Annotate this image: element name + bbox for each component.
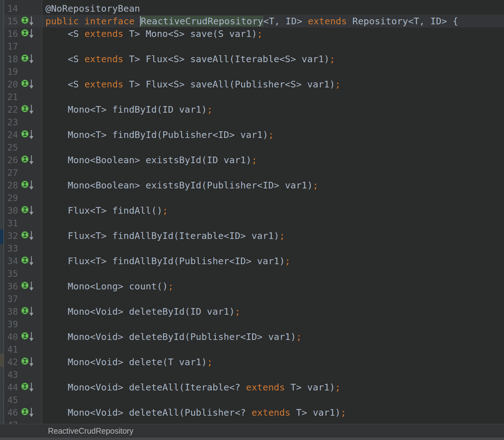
code-line-row[interactable]: 44 Mono<Void> deleteAll(Iterable<? exten… (4, 381, 504, 394)
gutter-icon-slot[interactable] (21, 382, 35, 393)
gutter-icon-slot[interactable] (21, 79, 35, 90)
code-line-row[interactable]: 29 (4, 192, 504, 204)
interface-implemented-icon[interactable] (21, 407, 35, 418)
interface-implemented-icon[interactable] (21, 79, 35, 90)
code-line[interactable]: Mono<Void> deleteAll(Iterable<? extends … (42, 381, 504, 394)
code-line-row[interactable]: 14@NoRepositoryBean (4, 2, 504, 15)
code-line-row[interactable]: 31 (4, 217, 504, 229)
code-line[interactable] (42, 419, 504, 424)
code-line[interactable]: Mono<Long> count(); (42, 280, 504, 293)
code-line-row[interactable]: 32 Flux<T> findAllById(Iterable<ID> var1… (4, 229, 504, 242)
gutter-icon-slot[interactable] (21, 281, 35, 292)
code-line-row[interactable]: 22 Mono<T> findById(ID var1); (4, 103, 504, 116)
gutter-icon-slot[interactable] (21, 154, 35, 166)
interface-implemented-icon[interactable] (21, 180, 35, 191)
marker-brown[interactable] (0, 354, 3, 367)
gutter-icon-slot[interactable] (21, 129, 35, 140)
code-line-row[interactable]: 17 (4, 40, 504, 53)
code-line[interactable] (42, 318, 504, 330)
code-line-row[interactable]: 42 Mono<Void> delete(T var1); (4, 356, 504, 368)
code-line-row[interactable]: 47 (4, 419, 504, 424)
gutter-icon-slot[interactable] (21, 180, 35, 191)
code-line[interactable] (42, 242, 504, 255)
code-line[interactable]: Mono<Void> delete(T var1); (42, 356, 504, 368)
code-line[interactable]: public interface ReactiveCrudRepository<… (42, 15, 504, 27)
code-line[interactable] (42, 343, 504, 356)
code-line[interactable]: Flux<T> findAll(); (42, 204, 504, 217)
code-line-row[interactable]: 30 Flux<T> findAll(); (4, 204, 504, 217)
interface-implemented-icon[interactable] (21, 15, 35, 27)
gutter-icon-slot[interactable] (21, 306, 35, 317)
interface-implemented-icon[interactable] (21, 205, 35, 216)
code-line-row[interactable]: 19 (4, 65, 504, 78)
code-line-row[interactable]: 35 (4, 267, 504, 280)
interface-implemented-icon[interactable] (21, 104, 35, 115)
code-line[interactable] (42, 368, 504, 381)
breadcrumb-item-class[interactable]: ReactiveCrudRepository (48, 426, 133, 436)
code-line[interactable] (42, 40, 504, 53)
interface-implemented-icon[interactable] (21, 306, 35, 317)
code-line-row[interactable]: 18 <S extends T> Flux<S> saveAll(Iterabl… (4, 53, 504, 65)
code-line[interactable] (42, 293, 504, 305)
code-line-row[interactable]: 43 (4, 368, 504, 381)
interface-implemented-icon[interactable] (21, 230, 35, 241)
code-line[interactable]: <S extends T> Flux<S> saveAll(Iterable<S… (42, 53, 504, 65)
interface-implemented-icon[interactable] (21, 281, 35, 292)
code-line-row[interactable]: 34 Flux<T> findAllById(Publisher<ID> var… (4, 255, 504, 267)
gutter-icon-slot[interactable] (21, 205, 35, 216)
gutter-icon-slot[interactable] (21, 28, 35, 39)
interface-implemented-icon[interactable] (21, 356, 35, 368)
code-line-row[interactable]: 25 (4, 141, 504, 154)
code-line[interactable] (42, 394, 504, 406)
marker-blue[interactable] (0, 229, 3, 244)
code-line-row[interactable]: 21 (4, 91, 504, 103)
code-line[interactable]: <S extends T> Mono<S> save(S var1); (42, 27, 504, 40)
code-line-row[interactable]: 38 Mono<Void> deleteById(ID var1); (4, 305, 504, 318)
code-line[interactable] (42, 217, 504, 229)
left-marker-strip[interactable] (0, 0, 4, 424)
gutter-icon-slot[interactable] (21, 104, 35, 115)
code-line[interactable] (42, 91, 504, 103)
gutter-icon-slot[interactable] (21, 331, 35, 342)
code-line[interactable]: Mono<T> findById(Publisher<ID> var1); (42, 128, 504, 141)
code-line-row[interactable]: 16 <S extends T> Mono<S> save(S var1); (4, 27, 504, 40)
code-line-row[interactable]: 26 Mono<Boolean> existsById(ID var1); (4, 154, 504, 166)
editor-pane[interactable]: 14@NoRepositoryBean15public interface Re… (4, 0, 504, 424)
code-line[interactable]: Flux<T> findAllById(Iterable<ID> var1); (42, 229, 504, 242)
code-line-row[interactable]: 37 (4, 293, 504, 305)
gutter-icon-slot[interactable] (21, 255, 35, 267)
code-line[interactable]: <S extends T> Flux<S> saveAll(Publisher<… (42, 78, 504, 91)
code-line-row[interactable]: 45 (4, 394, 504, 406)
code-line[interactable]: Mono<Void> deleteAll(Publisher<? extends… (42, 406, 504, 419)
interface-implemented-icon[interactable] (21, 331, 35, 342)
code-line[interactable]: Mono<Void> deleteById(ID var1); (42, 305, 504, 318)
gutter-icon-slot[interactable] (21, 15, 35, 27)
code-line[interactable]: Flux<T> findAllById(Publisher<ID> var1); (42, 255, 504, 267)
gutter-icon-slot[interactable] (21, 407, 35, 418)
code-line[interactable]: Mono<Boolean> existsById(Publisher<ID> v… (42, 179, 504, 192)
code-line-row[interactable]: 36 Mono<Long> count(); (4, 280, 504, 293)
code-line-row[interactable]: 27 (4, 166, 504, 179)
interface-implemented-icon[interactable] (21, 255, 35, 267)
code-line-row[interactable]: 46 Mono<Void> deleteAll(Publisher<? exte… (4, 406, 504, 419)
code-line-row[interactable]: 39 (4, 318, 504, 330)
code-line[interactable] (42, 166, 504, 179)
interface-implemented-icon[interactable] (21, 129, 35, 140)
interface-implemented-icon[interactable] (21, 28, 35, 39)
code-line-row[interactable]: 28 Mono<Boolean> existsById(Publisher<ID… (4, 179, 504, 192)
code-line-row[interactable]: 41 (4, 343, 504, 356)
code-line-row[interactable]: 24 Mono<T> findById(Publisher<ID> var1); (4, 128, 504, 141)
code-line-row[interactable]: 33 (4, 242, 504, 255)
code-line[interactable] (42, 192, 504, 204)
gutter-icon-slot[interactable] (21, 356, 35, 368)
code-line[interactable]: Mono<Boolean> existsById(ID var1); (42, 154, 504, 166)
code-line[interactable] (42, 267, 504, 280)
gutter-icon-slot[interactable] (21, 230, 35, 241)
code-line[interactable]: Mono<T> findById(ID var1); (42, 103, 504, 116)
gutter-icon-slot[interactable] (21, 53, 35, 65)
interface-implemented-icon[interactable] (21, 154, 35, 166)
code-line-row[interactable]: 40 Mono<Void> deleteById(Publisher<ID> v… (4, 330, 504, 343)
code-line[interactable] (42, 65, 504, 78)
code-line[interactable] (42, 116, 504, 128)
code-line-row[interactable]: 15public interface ReactiveCrudRepositor… (4, 15, 504, 27)
